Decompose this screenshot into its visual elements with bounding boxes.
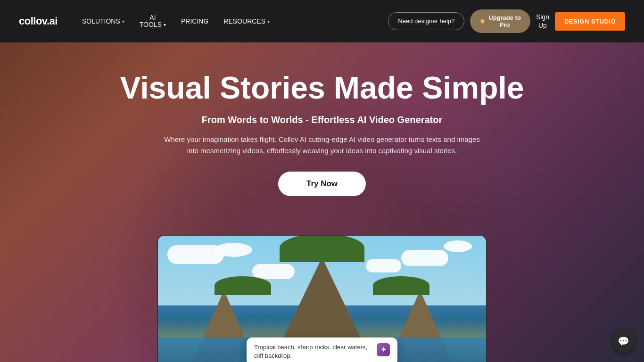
ai-tools-top-label: AI <box>149 14 156 21</box>
solutions-chevron-icon: ▾ <box>122 19 124 24</box>
chat-icon: 💬 <box>618 336 629 347</box>
ai-tools-bottom-label: TOOLS <box>140 21 162 28</box>
solutions-label: SOLUTIONS <box>82 17 120 25</box>
star-icon: ★ <box>479 17 486 25</box>
ai-tools-chevron-icon: ▾ <box>164 22 166 27</box>
resources-label: RESOURCES <box>223 17 265 25</box>
resources-nav-item[interactable]: RESOURCES ▾ <box>218 14 275 29</box>
nav-links: SOLUTIONS ▾ AI TOOLS ▾ PRICING RESOURCES… <box>76 10 388 33</box>
pricing-label: PRICING <box>181 17 208 25</box>
design-studio-button[interactable]: DESIGN STUDIO <box>555 12 625 31</box>
prompt-text: Tropical beach, sharp rocks, clear water… <box>254 343 372 360</box>
logo[interactable]: collov.ai <box>19 15 58 27</box>
cloud-decoration <box>401 250 448 266</box>
ai-tools-nav-item[interactable]: AI TOOLS ▾ <box>134 10 172 33</box>
vegetation-center <box>280 236 364 262</box>
resources-chevron-icon: ▾ <box>267 19 270 24</box>
cloud-decoration <box>215 243 252 257</box>
prompt-ai-icon: ✦ <box>377 343 390 356</box>
hero-title: Visual Stories Made Simple <box>120 71 524 105</box>
hero-subtitle: From Words to Worlds - Effortless AI Vid… <box>202 115 442 125</box>
navbar: collov.ai SOLUTIONS ▾ AI TOOLS ▾ PRICING… <box>0 0 644 42</box>
chat-button[interactable]: 💬 <box>612 330 635 353</box>
designer-help-button[interactable]: Need designer help? <box>388 12 464 31</box>
pricing-nav-item[interactable]: PRICING <box>175 14 214 29</box>
vegetation-left <box>215 276 271 295</box>
cloud-decoration <box>444 240 472 252</box>
signup-button[interactable]: Sign Up <box>536 13 549 30</box>
prompt-box: Tropical beach, sharp rocks, clear water… <box>247 337 397 362</box>
nav-actions: Need designer help? ★ Upgrade to Pro Sig… <box>388 9 625 33</box>
hero-description: Where your imagination takes flight. Col… <box>162 134 482 156</box>
hero-section: Visual Stories Made Simple From Words to… <box>0 42 644 362</box>
demo-screen: Tropical beach, sharp rocks, clear water… <box>157 235 487 362</box>
solutions-nav-item[interactable]: SOLUTIONS ▾ <box>76 14 130 29</box>
upgrade-label: Upgrade to Pro <box>488 14 521 28</box>
vegetation-right <box>373 276 429 295</box>
demo-screen-content: Tropical beach, sharp rocks, clear water… <box>158 236 486 362</box>
try-now-button[interactable]: Try Now <box>278 172 366 196</box>
upgrade-pro-button[interactable]: ★ Upgrade to Pro <box>470 9 530 33</box>
